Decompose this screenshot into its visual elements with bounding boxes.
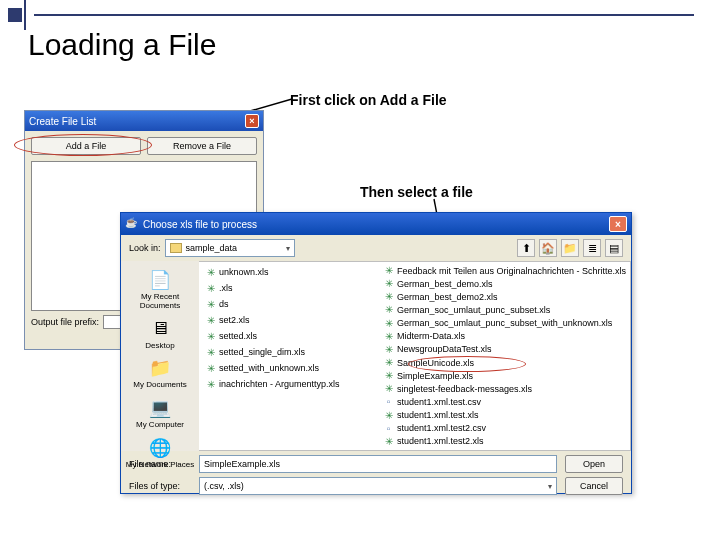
excel-icon: ✳ — [383, 436, 394, 447]
file-item[interactable]: ✳SimpleExample.xls — [381, 369, 626, 382]
output-prefix-label: Output file prefix: — [31, 317, 99, 327]
file-name-input[interactable]: SimpleExample.xls — [199, 455, 557, 473]
places-item[interactable]: 📁My Documents — [125, 353, 195, 393]
file-name: German_soc_umlaut_punc_subset_with_unkno… — [397, 318, 612, 328]
file-name: student1.xml.test2.xls — [397, 436, 484, 446]
file-item[interactable]: ✳German_best_demo.xls — [381, 277, 626, 290]
close-icon[interactable]: × — [609, 216, 627, 232]
place-icon: 📁 — [148, 356, 172, 380]
file-name: ds — [219, 299, 229, 309]
file-list-pane[interactable]: ✳unknown.xls✳.xls✳ds✳set2.xls✳setted.xls… — [199, 261, 631, 451]
excel-icon: ✳ — [205, 363, 216, 374]
file-item[interactable]: ✳ds — [203, 296, 381, 312]
excel-icon: ✳ — [205, 331, 216, 342]
place-label: My Documents — [133, 381, 186, 390]
places-item[interactable]: 💻My Computer — [125, 393, 195, 433]
excel-icon: ✳ — [383, 291, 394, 302]
caption-step1: First click on Add a File — [290, 92, 447, 108]
cancel-button[interactable]: Cancel — [565, 477, 623, 495]
file-item[interactable]: ✳German_soc_umlaut_punc_subset.xls — [381, 303, 626, 316]
file-item[interactable]: ✳setted.xls — [203, 328, 381, 344]
file-item[interactable]: ✳Feedback mit Teilen aus Originalnachric… — [381, 264, 626, 277]
file-item[interactable]: ✳set2.xls — [203, 312, 381, 328]
excel-icon: ✳ — [205, 283, 216, 294]
text-file-icon: ▫ — [383, 396, 394, 407]
excel-icon: ✳ — [383, 410, 394, 421]
file-name: set2.xls — [219, 315, 250, 325]
file-item[interactable]: ✳inachrichten - Argumenttyp.xls — [203, 376, 381, 392]
file-item[interactable]: ✳student1.xml.test.xls — [381, 409, 626, 422]
place-icon: 🖥 — [148, 317, 172, 341]
decor-line-v — [24, 0, 26, 30]
file-name: German_soc_umlaut_punc_subset.xls — [397, 305, 550, 315]
file-item[interactable]: ✳SampleUnicode.xls — [381, 356, 626, 369]
excel-icon: ✳ — [383, 278, 394, 289]
excel-icon: ✳ — [383, 383, 394, 394]
file-name: German_best_demo2.xls — [397, 292, 498, 302]
folder-icon — [170, 243, 182, 253]
excel-icon: ✳ — [383, 357, 394, 368]
excel-icon: ✳ — [383, 344, 394, 355]
list-view-icon[interactable]: ≣ — [583, 239, 601, 257]
excel-icon: ✳ — [205, 315, 216, 326]
excel-icon: ✳ — [383, 265, 394, 276]
excel-icon: ✳ — [383, 304, 394, 315]
excel-icon: ✳ — [205, 379, 216, 390]
file-name: unknown.xls — [219, 267, 269, 277]
excel-icon: ✳ — [205, 347, 216, 358]
place-icon: 💻 — [148, 396, 172, 420]
places-item[interactable]: 📄My Recent Documents — [125, 265, 195, 314]
excel-icon: ✳ — [383, 370, 394, 381]
file-item[interactable]: ✳singletest-feedback-messages.xls — [381, 382, 626, 395]
close-icon[interactable]: × — [245, 114, 259, 128]
up-folder-icon[interactable]: ⬆ — [517, 239, 535, 257]
places-item[interactable]: 🖥Desktop — [125, 314, 195, 354]
file-chooser-window: ☕ Choose xls file to process × Look in: … — [120, 212, 632, 494]
file-item[interactable]: ✳German_best_demo2.xls — [381, 290, 626, 303]
add-file-button[interactable]: Add a File — [31, 137, 141, 155]
file-name: student1.xml.test.xls — [397, 410, 479, 420]
slide-title: Loading a File — [28, 28, 216, 62]
remove-file-button[interactable]: Remove a File — [147, 137, 257, 155]
file-type-select[interactable]: (.csv, .xls)▾ — [199, 477, 557, 495]
window1-title: Create File List — [29, 116, 96, 127]
file-item[interactable]: ✳Midterm-Data.xls — [381, 330, 626, 343]
file-name: SampleUnicode.xls — [397, 358, 474, 368]
file-name: inachrichten - Argumenttyp.xls — [219, 379, 340, 389]
open-button[interactable]: Open — [565, 455, 623, 473]
file-name: setted.xls — [219, 331, 257, 341]
file-item[interactable]: ✳German_soc_umlaut_punc_subset_with_unkn… — [381, 317, 626, 330]
window1-titlebar: Create File List × — [25, 111, 263, 131]
file-item[interactable]: ✳setted_with_unknown.xls — [203, 360, 381, 376]
places-bar: 📄My Recent Documents🖥Desktop📁My Document… — [121, 261, 199, 451]
file-item[interactable]: ✳.xls — [203, 280, 381, 296]
file-item[interactable]: ✳student1.xml.test2.xls — [381, 435, 626, 448]
home-icon[interactable]: 🏠 — [539, 239, 557, 257]
file-item[interactable]: ✳unknown.xls — [203, 264, 381, 280]
file-name: SimpleExample.xls — [397, 371, 473, 381]
look-in-label: Look in: — [129, 243, 161, 253]
decor-line-h — [34, 14, 694, 16]
look-in-value: sample_data — [186, 243, 238, 253]
file-item[interactable]: ▫student1.xml.test.csv — [381, 395, 626, 408]
file-item[interactable]: ✳NewsgroupDataTest.xls — [381, 343, 626, 356]
file-name: student1.xml.test.csv — [397, 397, 481, 407]
window2-titlebar: ☕ Choose xls file to process × — [121, 213, 631, 235]
file-name: setted_single_dim.xls — [219, 347, 305, 357]
place-label: My Computer — [136, 421, 184, 430]
java-icon: ☕ — [125, 217, 139, 231]
file-item[interactable]: ▫student1.xml.test2.csv — [381, 422, 626, 435]
details-view-icon[interactable]: ▤ — [605, 239, 623, 257]
place-icon: 📄 — [148, 268, 172, 292]
file-name: singletest-feedback-messages.xls — [397, 384, 532, 394]
new-folder-icon[interactable]: 📁 — [561, 239, 579, 257]
excel-icon: ✳ — [205, 299, 216, 310]
excel-icon: ✳ — [383, 331, 394, 342]
file-item[interactable]: ✳setted_single_dim.xls — [203, 344, 381, 360]
place-label: Desktop — [145, 342, 174, 351]
text-file-icon: ▫ — [383, 423, 394, 434]
file-name: student1.xml.test2.csv — [397, 423, 486, 433]
file-name: Midterm-Data.xls — [397, 331, 465, 341]
excel-icon: ✳ — [383, 318, 394, 329]
look-in-select[interactable]: sample_data ▾ — [165, 239, 295, 257]
